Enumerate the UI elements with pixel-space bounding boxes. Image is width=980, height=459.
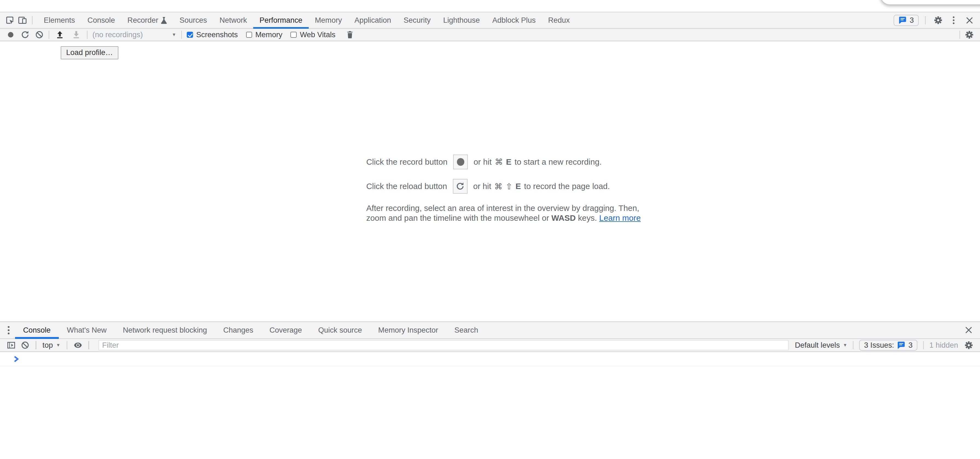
clear-recordings-button[interactable]: [33, 30, 46, 40]
close-devtools-button[interactable]: [963, 15, 975, 26]
console-prompt-row[interactable]: [0, 352, 980, 367]
tab-label: Network request blocking: [123, 326, 207, 335]
drawer-tab-coverage[interactable]: Coverage: [261, 322, 310, 338]
shortcut-key: E: [506, 157, 512, 167]
divider: [853, 341, 853, 349]
device-toolbar-icon: [18, 16, 27, 25]
drawer-tab-network-request-blocking[interactable]: Network request blocking: [115, 322, 215, 338]
tab-console[interactable]: Console: [81, 12, 121, 28]
close-drawer-button[interactable]: [963, 325, 980, 335]
load-profile-button[interactable]: [54, 30, 66, 40]
reload-icon: [456, 182, 464, 190]
performance-toolbar: (no recordings) ▼ Screenshots Memory Web…: [0, 29, 980, 41]
devtools-window: Elements Console Recorder Sources Networ…: [0, 0, 980, 459]
log-levels-select[interactable]: Default levels ▼: [795, 341, 847, 350]
drawer-tabbar: Console What's New Network request block…: [0, 321, 980, 339]
learn-more-link[interactable]: Learn more: [599, 214, 641, 222]
screenshots-checkbox[interactable]: Screenshots: [187, 30, 238, 39]
issues-label: 3 Issues:: [864, 341, 894, 350]
issues-count: 3: [910, 16, 914, 25]
record-icon: [8, 32, 14, 38]
eye-icon: [73, 341, 82, 350]
console-issues-button[interactable]: 3 Issues: 3: [859, 340, 917, 351]
recordings-select[interactable]: (no recordings) ▼: [92, 30, 176, 39]
divider: [35, 341, 36, 349]
tab-security[interactable]: Security: [397, 12, 437, 28]
trash-icon: [346, 30, 353, 39]
console-filter-input[interactable]: [99, 340, 789, 351]
tab-label: Recorder: [127, 16, 158, 25]
record-instruction-suffix: to start a new recording.: [515, 157, 602, 167]
drawer-menu-button[interactable]: [2, 325, 15, 335]
cmd-key-glyph: ⌘: [495, 182, 503, 191]
hint-line-2-pre: zoom and pan the timeline with the mouse…: [366, 214, 549, 222]
kebab-menu-icon: [7, 325, 10, 335]
tab-label: Memory: [315, 16, 342, 25]
upload-arrow-icon: [56, 30, 64, 39]
inspect-element-button[interactable]: [4, 15, 16, 26]
chevron-down-icon: ▼: [56, 343, 60, 347]
reload-instruction-mid: or hit: [473, 182, 491, 191]
drawer-tab-whats-new[interactable]: What's New: [59, 322, 115, 338]
tab-memory[interactable]: Memory: [309, 12, 348, 28]
record-button[interactable]: [5, 30, 17, 40]
shortcut-key: E: [515, 182, 521, 191]
tab-label: Console: [88, 16, 115, 25]
drawer-tab-quick-source[interactable]: Quick source: [310, 322, 370, 338]
save-profile-button[interactable]: [70, 30, 83, 40]
drawer-tab-memory-inspector[interactable]: Memory Inspector: [370, 322, 446, 338]
console-prompt-chevron-icon: [14, 355, 19, 362]
tab-label: Memory Inspector: [378, 326, 438, 335]
show-console-sidebar-button[interactable]: [5, 340, 18, 351]
tab-elements[interactable]: Elements: [37, 12, 81, 28]
web-vitals-checkbox[interactable]: Web Vitals: [290, 30, 335, 39]
download-arrow-icon: [72, 30, 80, 39]
device-toolbar-button[interactable]: [16, 15, 29, 26]
javascript-context-select[interactable]: top ▼: [42, 341, 60, 350]
memory-checkbox[interactable]: Memory: [246, 30, 282, 39]
clear-console-button[interactable]: [19, 340, 32, 351]
reload-and-record-button[interactable]: [19, 30, 32, 40]
tab-label: Redux: [548, 16, 570, 25]
tab-lighthouse[interactable]: Lighthouse: [437, 12, 486, 28]
gear-icon: [964, 341, 973, 350]
reload-instruction-prefix: Click the reload button: [366, 182, 447, 191]
close-icon: [965, 327, 972, 333]
tab-application[interactable]: Application: [348, 12, 397, 28]
console-settings-button[interactable]: [963, 340, 975, 351]
record-instruction-line: Click the record button or hit ⌘ E to st…: [366, 155, 641, 170]
tab-label: Console: [23, 326, 51, 335]
tab-label: Coverage: [270, 326, 302, 335]
checkbox-label: Screenshots: [196, 30, 238, 39]
tab-network[interactable]: Network: [213, 12, 253, 28]
drawer-tab-search[interactable]: Search: [446, 322, 486, 338]
hint-line-1: After recording, select an area of inter…: [366, 203, 641, 214]
tab-label: What's New: [67, 326, 107, 335]
issues-bubble-icon: [897, 341, 905, 349]
tab-performance[interactable]: Performance: [253, 12, 309, 28]
checkbox-box: [246, 32, 252, 38]
tab-recorder[interactable]: Recorder: [121, 12, 173, 28]
tab-adblock-plus[interactable]: Adblock Plus: [486, 12, 542, 28]
reload-instruction-suffix: to record the page load.: [524, 182, 610, 191]
performance-empty-state: Click the record button or hit ⌘ E to st…: [366, 155, 641, 223]
experiment-flask-icon: [161, 17, 167, 24]
record-instruction-prefix: Click the record button: [366, 157, 447, 167]
settings-button[interactable]: [932, 15, 945, 26]
tab-sources[interactable]: Sources: [173, 12, 213, 28]
drawer-tab-console[interactable]: Console: [15, 322, 59, 338]
create-live-expression-button[interactable]: [72, 340, 84, 351]
garbage-collect-button[interactable]: [344, 30, 356, 40]
capture-settings-button[interactable]: [963, 30, 975, 40]
recordings-select-value: (no recordings): [92, 30, 143, 39]
browser-popup-fragment: [880, 0, 980, 5]
divider: [49, 30, 49, 39]
tab-redux[interactable]: Redux: [542, 12, 576, 28]
issues-counter-button[interactable]: 3: [894, 15, 919, 26]
main-menu-button[interactable]: [947, 15, 960, 26]
devtools-main-tabbar: Elements Console Recorder Sources Networ…: [0, 12, 980, 29]
kebab-menu-icon: [952, 16, 955, 25]
divider: [67, 341, 67, 349]
drawer-tab-changes[interactable]: Changes: [215, 322, 261, 338]
checkbox-label: Web Vitals: [300, 30, 336, 39]
